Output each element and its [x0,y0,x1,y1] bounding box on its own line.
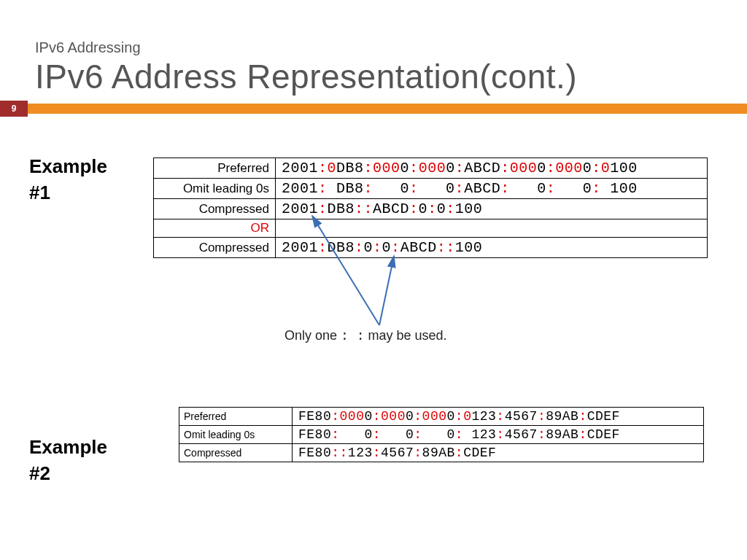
footnote-only-one: Only one : : may be used. [285,328,447,343]
row-label-compressed-a: Compressed [154,199,276,219]
slide-title: IPv6 Address Representation(cont.) [35,57,577,96]
accent-bar: 9 [0,104,747,114]
accent-bar-fill [28,104,747,114]
row2-label-compressed: Compressed [179,444,293,462]
row-label-or: OR [154,219,276,238]
row2-value-compressed: FE80::123:4567:89AB:CDEF [293,444,704,462]
example-1-table: Preferred 2001:0DB8:0000:0000:ABCD:0000:… [153,158,708,258]
row-value-compressed-b: 2001:DB8:0:0:ABCD::100 [276,238,708,258]
footnote-post: may be used. [364,328,446,343]
example-1-label-line1: Example [29,155,107,177]
example-2-table: Preferred FE80:0000:0000:0000:0123:4567:… [179,407,704,462]
row2-value-preferred: FE80:0000:0000:0000:0123:4567:89AB:CDEF [293,408,704,426]
example-2-label-line2: #2 [29,462,50,484]
example-2-label-line1: Example [29,436,107,458]
example-2-label: Example #2 [29,434,107,487]
svg-line-1 [379,256,394,325]
row-value-preferred: 2001:0DB8:0000:0000:ABCD:0000:0000:0100 [276,158,708,179]
footnote-pre: Only one [285,328,341,343]
example-1-label-line2: #1 [29,182,50,203]
slide-topic: IPv6 Addressing [35,39,141,56]
row2-label-preferred: Preferred [179,408,293,426]
row-label-compressed-b: Compressed [154,238,276,258]
row-value-omit: 2001: DB8: 0: 0:ABCD: 0: 0: 100 [276,179,708,199]
row-value-compressed-a: 2001:DB8::ABCD:0:0:100 [276,199,708,219]
footnote-mono: : : [341,329,364,343]
page-number-badge: 9 [0,101,28,117]
example-1-label: Example #1 [29,153,107,206]
row-value-or-empty [276,219,708,238]
row2-label-omit: Omit leading 0s [179,426,293,444]
row-label-omit: Omit leading 0s [154,179,276,199]
row-label-preferred: Preferred [154,158,276,179]
row2-value-omit: FE80: 0: 0: 0: 123:4567:89AB:CDEF [293,426,704,444]
